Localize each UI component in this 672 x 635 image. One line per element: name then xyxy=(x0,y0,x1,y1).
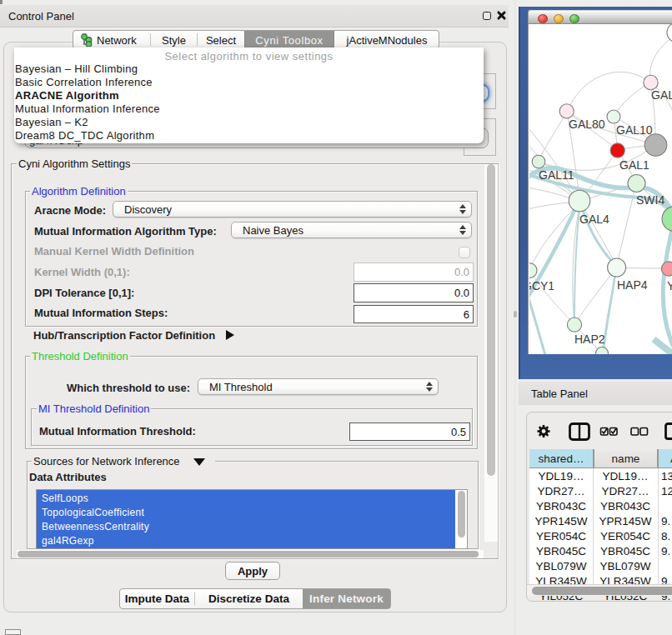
svg-text:GAL1: GAL1 xyxy=(619,158,649,172)
svg-text:GAL4: GAL4 xyxy=(579,212,609,226)
svg-text:SWI4: SWI4 xyxy=(636,193,664,207)
svg-text:HAP4: HAP4 xyxy=(617,278,648,292)
svg-text:GAL80: GAL80 xyxy=(569,118,605,131)
svg-text:GAL: GAL xyxy=(651,88,672,102)
svg-text:GCY1: GCY1 xyxy=(529,279,554,292)
svg-text:HAP2: HAP2 xyxy=(574,332,605,346)
svg-text:GAL10: GAL10 xyxy=(616,123,653,137)
svg-text:GAL11: GAL11 xyxy=(539,168,574,182)
svg-text:Y: Y xyxy=(667,279,672,292)
